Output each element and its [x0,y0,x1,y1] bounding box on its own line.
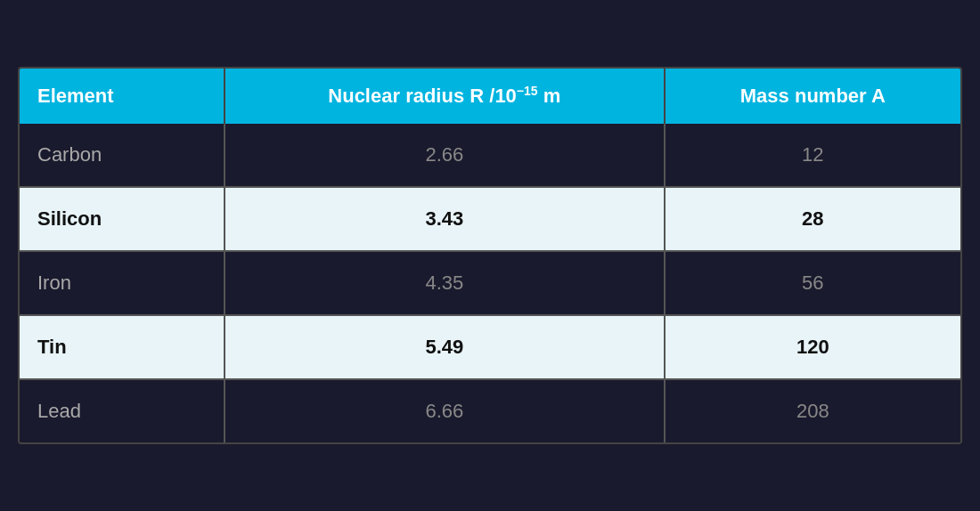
element-name: Carbon [20,124,225,187]
table-row: Carbon2.6612 [20,124,960,187]
nuclear-radius: 3.43 [225,187,665,251]
table-row: Lead6.66208 [20,379,960,442]
nuclear-radius: 2.66 [225,124,665,187]
mass-number: 56 [665,251,960,315]
table-row: Silicon3.4328 [20,187,960,251]
mass-number: 28 [665,187,960,251]
nuclear-radius: 6.66 [225,379,665,442]
table-row: Tin5.49120 [20,315,960,379]
header-element: Element [20,69,225,124]
nuclear-radius: 4.35 [225,251,665,315]
table-header-row: Element Nuclear radius R /10−15 m Mass n… [20,69,960,124]
data-table: Element Nuclear radius R /10−15 m Mass n… [18,67,962,444]
header-radius: Nuclear radius R /10−15 m [225,69,665,124]
mass-number: 120 [665,315,960,379]
table-row: Iron4.3556 [20,251,960,315]
element-name: Iron [20,251,225,315]
mass-number: 208 [665,379,960,442]
mass-number: 12 [665,124,960,187]
elements-table: Element Nuclear radius R /10−15 m Mass n… [20,69,960,442]
element-name: Silicon [20,187,225,251]
element-name: Tin [20,315,225,379]
element-name: Lead [20,379,225,442]
nuclear-radius: 5.49 [225,315,665,379]
header-mass: Mass number A [665,69,960,124]
